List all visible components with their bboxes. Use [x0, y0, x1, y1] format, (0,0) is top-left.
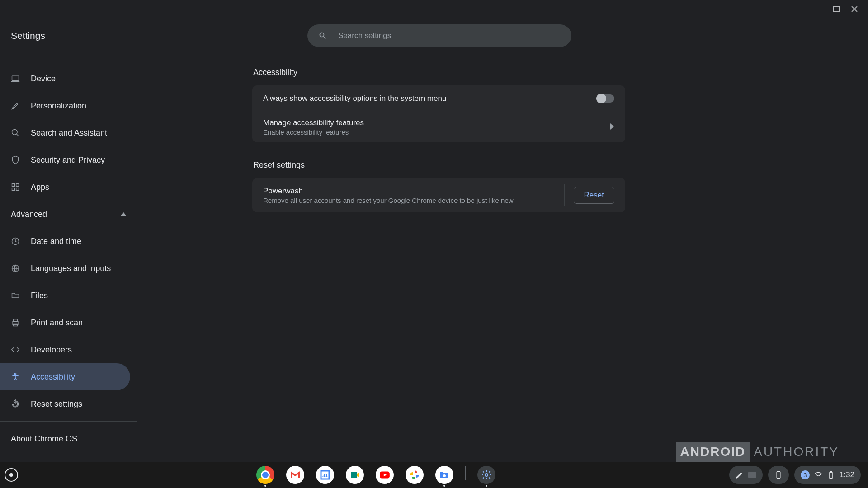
sidebar-item-label: Reset settings — [31, 399, 82, 409]
sidebar-item-partial[interactable] — [0, 57, 130, 65]
status-tray[interactable]: 3 1:32 — [794, 466, 861, 484]
sidebar-item-label: Device — [31, 74, 56, 84]
phone-icon — [774, 471, 783, 479]
sidebar-item-files[interactable]: Files — [0, 282, 130, 309]
battery-icon — [827, 471, 835, 479]
app-settings[interactable] — [477, 466, 495, 484]
app-meet[interactable] — [346, 466, 364, 484]
svg-text:31: 31 — [322, 473, 328, 478]
sidebar-item-accessibility[interactable]: Accessibility — [0, 363, 130, 390]
card-reset: Powerwash Remove all user accounts and r… — [252, 178, 625, 212]
launcher-button[interactable] — [5, 468, 18, 482]
svg-rect-5 — [12, 188, 15, 191]
sidebar-advanced-label: Advanced — [11, 210, 47, 219]
row-label: Powerwash — [263, 187, 515, 196]
sidebar-item-print-scan[interactable]: Print and scan — [0, 309, 130, 336]
search-icon — [318, 31, 327, 40]
section-accessibility: Accessibility Always show accessibility … — [252, 68, 625, 142]
card-accessibility: Always show accessibility options in the… — [252, 85, 625, 142]
page-title: Settings — [11, 30, 45, 41]
sidebar-item-label: Search and Assistant — [31, 128, 107, 138]
stylus-tray[interactable] — [729, 466, 763, 484]
svg-point-12 — [14, 373, 16, 375]
svg-rect-10 — [14, 319, 17, 322]
shelf-apps: 31 — [23, 466, 729, 484]
app-photos[interactable] — [406, 466, 424, 484]
sidebar-item-label: Personalization — [31, 101, 86, 111]
svg-rect-19 — [777, 472, 780, 479]
shelf-status-area: 3 1:32 — [729, 466, 868, 484]
sidebar: Device Personalization Search and Assist… — [0, 53, 137, 467]
svg-point-18 — [485, 474, 488, 476]
app-gmail[interactable] — [286, 466, 304, 484]
sidebar-item-search-assistant[interactable]: Search and Assistant — [0, 119, 130, 146]
toggle-always-show-a11y[interactable] — [597, 94, 614, 103]
clock: 1:32 — [840, 470, 854, 479]
wifi-icon — [814, 471, 822, 479]
printer-icon — [11, 318, 20, 327]
sidebar-item-languages[interactable]: Languages and inputs — [0, 255, 130, 282]
section-reset-settings: Reset settings Powerwash Remove all user… — [252, 160, 625, 212]
sidebar-item-personalization[interactable]: Personalization — [0, 92, 130, 119]
phone-hub-tray[interactable] — [768, 466, 789, 484]
content-area: Accessibility Always show accessibility … — [137, 53, 868, 467]
svg-rect-3 — [12, 184, 15, 187]
search-input[interactable] — [338, 31, 561, 40]
sidebar-about-chrome-os[interactable]: About Chrome OS — [0, 425, 137, 452]
row-sublabel: Remove all user accounts and reset your … — [263, 197, 515, 204]
row-label: Always show accessibility options in the… — [263, 94, 446, 103]
sidebar-divider — [0, 421, 137, 422]
svg-rect-11 — [14, 324, 17, 326]
maximize-button[interactable] — [827, 0, 845, 18]
sidebar-item-apps[interactable]: Apps — [0, 174, 130, 201]
shelf: 31 3 1:32 — [0, 462, 868, 488]
reset-button[interactable]: Reset — [574, 187, 614, 204]
app-youtube[interactable] — [376, 466, 394, 484]
sidebar-item-label: Accessibility — [31, 372, 75, 382]
row-always-show-a11y[interactable]: Always show accessibility options in the… — [252, 85, 625, 112]
shield-icon — [11, 155, 20, 164]
svg-rect-4 — [16, 184, 19, 187]
pencil-icon — [11, 101, 20, 110]
code-icon — [11, 345, 20, 354]
chevron-right-icon — [610, 123, 614, 131]
app-files[interactable] — [435, 466, 453, 484]
folder-icon — [11, 291, 20, 300]
sidebar-advanced-toggle[interactable]: Advanced — [0, 201, 137, 228]
close-button[interactable] — [845, 0, 863, 18]
reset-icon — [11, 399, 20, 408]
row-powerwash: Powerwash Remove all user accounts and r… — [252, 178, 625, 212]
svg-rect-0 — [834, 6, 839, 12]
shelf-separator — [465, 466, 466, 480]
section-title: Reset settings — [252, 160, 625, 170]
svg-point-17 — [443, 474, 446, 477]
sidebar-item-reset-settings[interactable]: Reset settings — [0, 390, 130, 418]
sidebar-item-label: Languages and inputs — [31, 264, 111, 273]
minimize-button[interactable] — [809, 0, 827, 18]
row-manage-a11y-features[interactable]: Manage accessibility features Enable acc… — [252, 112, 625, 142]
chevron-up-icon — [120, 211, 127, 217]
section-title: Accessibility — [252, 68, 625, 77]
svg-point-2 — [12, 130, 18, 135]
app-chrome[interactable] — [256, 466, 274, 484]
laptop-icon — [11, 74, 20, 83]
search-icon — [11, 128, 20, 137]
row-label: Manage accessibility features — [263, 118, 364, 127]
vertical-divider — [564, 184, 565, 206]
app-calendar[interactable]: 31 — [316, 466, 334, 484]
watermark-brand-text: AUTHORITY — [754, 445, 839, 459]
search-field[interactable] — [307, 24, 571, 47]
grid-icon — [11, 183, 20, 192]
row-sublabel: Enable accessibility features — [263, 128, 364, 136]
sidebar-item-developers[interactable]: Developers — [0, 336, 130, 363]
sidebar-item-label: Apps — [31, 183, 49, 192]
sidebar-item-label: Print and scan — [31, 318, 83, 328]
clock-icon — [11, 237, 20, 246]
sidebar-item-device[interactable]: Device — [0, 65, 130, 92]
globe-icon — [11, 264, 20, 273]
sidebar-item-date-time[interactable]: Date and time — [0, 228, 130, 255]
sidebar-item-label: Security and Privacy — [31, 155, 105, 165]
sidebar-item-label: Developers — [31, 345, 72, 355]
pen-icon — [736, 471, 744, 479]
sidebar-item-security-privacy[interactable]: Security and Privacy — [0, 146, 130, 174]
